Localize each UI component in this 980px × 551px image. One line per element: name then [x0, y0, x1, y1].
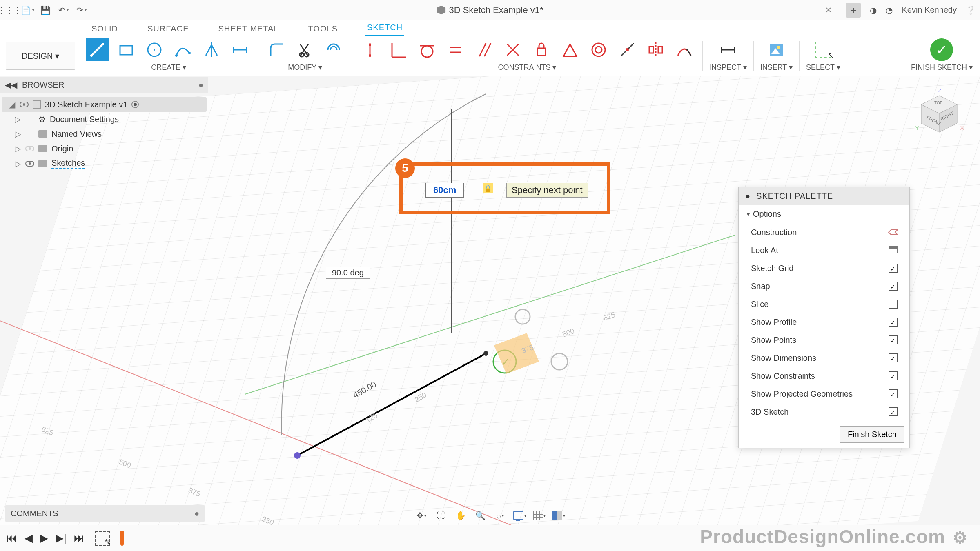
- construction-icon[interactable]: [887, 227, 899, 237]
- trim-tool[interactable]: [294, 38, 316, 61]
- browser-pin-icon[interactable]: ●: [198, 80, 203, 90]
- lookat-tool[interactable]: ⛶: [434, 509, 448, 522]
- apps-grid-icon[interactable]: ⋮⋮⋮: [4, 5, 15, 16]
- tab-sheetmetal[interactable]: SHEET METAL: [217, 22, 281, 36]
- zoom-window-tool[interactable]: ⌕: [493, 509, 507, 522]
- coincident-constraint[interactable]: [616, 38, 639, 61]
- browser-root[interactable]: ◢ 3D Sketch Example v1: [2, 97, 207, 112]
- expand-icon[interactable]: ▷: [14, 159, 21, 169]
- activate-radio[interactable]: [131, 101, 139, 108]
- option-showconstraints[interactable]: Show Constraints: [739, 367, 909, 385]
- tree-item-origin[interactable]: ▷ Origin: [2, 141, 207, 156]
- mirror-tool[interactable]: [200, 38, 223, 61]
- timeline-sketch-feature[interactable]: [95, 531, 110, 546]
- checkbox[interactable]: [889, 407, 898, 416]
- checkbox[interactable]: [889, 318, 898, 327]
- option-showprofile[interactable]: Show Profile: [739, 313, 909, 331]
- expand-icon[interactable]: ▷: [14, 114, 21, 124]
- parallel-constraint[interactable]: [473, 38, 496, 61]
- checkbox[interactable]: [889, 353, 898, 362]
- jobs-icon[interactable]: ◔: [886, 5, 893, 15]
- tangent-constraint[interactable]: [416, 38, 439, 61]
- insert-label[interactable]: INSERT ▾: [760, 63, 793, 72]
- browser-collapse-icon[interactable]: ◀◀: [5, 80, 17, 90]
- tree-item-namedviews[interactable]: ▷ Named Views: [2, 127, 207, 141]
- extensions-icon[interactable]: ◑: [870, 5, 877, 15]
- midpoint-constraint[interactable]: [559, 38, 581, 61]
- expand-icon[interactable]: ◢: [8, 100, 16, 109]
- finish-sketch-button[interactable]: Finish Sketch: [840, 426, 904, 443]
- root-name[interactable]: 3D Sketch Example v1: [45, 100, 127, 109]
- timeline-back[interactable]: ◀: [24, 532, 33, 544]
- option-sketchgrid[interactable]: Sketch Grid: [739, 259, 909, 277]
- select-label[interactable]: SELECT ▾: [806, 63, 840, 72]
- palette-header[interactable]: ● SKETCH PALETTE: [739, 187, 909, 205]
- pan-tool[interactable]: ✋: [454, 509, 468, 522]
- symmetry-constraint[interactable]: [644, 38, 667, 61]
- timeline-end[interactable]: ⏭: [74, 532, 85, 544]
- viewport-settings[interactable]: [552, 509, 566, 522]
- checkbox[interactable]: [889, 264, 898, 273]
- tree-item-sketches[interactable]: ▷ Sketches: [2, 156, 207, 171]
- grid-settings[interactable]: [532, 509, 546, 522]
- visibility-icon[interactable]: [25, 161, 34, 167]
- rectangle-tool[interactable]: [114, 38, 137, 61]
- select-tool[interactable]: [810, 38, 836, 61]
- equal-constraint[interactable]: [444, 38, 467, 61]
- option-construction[interactable]: Construction: [739, 223, 909, 241]
- help-icon[interactable]: ❔: [966, 5, 976, 15]
- vertical-constraint[interactable]: [387, 38, 410, 61]
- view-cube[interactable]: FRONT RIGHT TOP Z X Y: [915, 88, 964, 137]
- visibility-icon[interactable]: [20, 102, 29, 107]
- option-showdimensions[interactable]: Show Dimensions: [739, 349, 909, 367]
- expand-icon[interactable]: ▷: [14, 144, 21, 153]
- perpendicular-constraint[interactable]: [501, 38, 524, 61]
- option-snap[interactable]: Snap: [739, 277, 909, 295]
- fillet-tool[interactable]: [265, 38, 288, 61]
- concentric-constraint[interactable]: [587, 38, 610, 61]
- display-settings[interactable]: [512, 509, 526, 522]
- spline-tool[interactable]: [172, 38, 194, 61]
- comments-pin-icon[interactable]: ●: [194, 509, 199, 518]
- timeline-start[interactable]: ⏮: [7, 532, 17, 544]
- fix-constraint[interactable]: [530, 38, 553, 61]
- horizontal-constraint[interactable]: [359, 38, 381, 61]
- offset-tool[interactable]: [322, 38, 345, 61]
- dimension-tool[interactable]: [229, 38, 252, 61]
- angle-dimension[interactable]: 90.0 deg: [326, 267, 370, 279]
- save-icon[interactable]: 💾: [40, 5, 51, 16]
- create-label[interactable]: CREATE ▾: [151, 63, 186, 72]
- insert-image-tool[interactable]: [763, 38, 789, 61]
- checkbox[interactable]: [889, 389, 898, 398]
- timeline-marker[interactable]: [120, 531, 124, 546]
- checkbox[interactable]: [889, 371, 898, 380]
- lookat-icon[interactable]: [887, 245, 899, 255]
- new-file-icon[interactable]: 📄: [22, 5, 33, 16]
- curvature-constraint[interactable]: [673, 38, 696, 61]
- collapse-icon[interactable]: ●: [745, 191, 751, 201]
- circle-tool[interactable]: [143, 38, 166, 61]
- finish-sketch-icon[interactable]: ✓: [930, 38, 953, 61]
- tab-solid[interactable]: SOLID: [90, 22, 120, 36]
- browser-header[interactable]: ◀◀ BROWSER ●: [0, 77, 208, 93]
- tab-sketch[interactable]: SKETCH: [365, 20, 404, 36]
- visibility-icon[interactable]: [25, 146, 34, 151]
- comments-panel[interactable]: COMMENTS ●: [5, 505, 205, 522]
- zoom-tool[interactable]: 🔍: [473, 509, 487, 522]
- inspect-label[interactable]: INSPECT ▾: [709, 63, 747, 72]
- tab-surface[interactable]: SURFACE: [146, 22, 190, 36]
- design-workspace-button[interactable]: DESIGN ▾: [6, 42, 75, 70]
- measure-tool[interactable]: [715, 38, 741, 61]
- checkbox[interactable]: [889, 300, 898, 309]
- line-tool[interactable]: [86, 38, 109, 61]
- orbit-tool[interactable]: ✥: [414, 509, 428, 522]
- timeline-forward[interactable]: ▶|: [56, 532, 67, 544]
- expand-icon[interactable]: ▷: [14, 129, 21, 139]
- modify-label[interactable]: MODIFY ▾: [288, 63, 322, 72]
- option-3dsketch[interactable]: 3D Sketch: [739, 403, 909, 421]
- option-lookat[interactable]: Look At: [739, 241, 909, 259]
- timeline-play[interactable]: ▶: [40, 532, 48, 544]
- finish-sketch-label[interactable]: FINISH SKETCH ▾: [911, 63, 973, 72]
- option-slice[interactable]: Slice: [739, 295, 909, 313]
- checkbox[interactable]: [889, 282, 898, 291]
